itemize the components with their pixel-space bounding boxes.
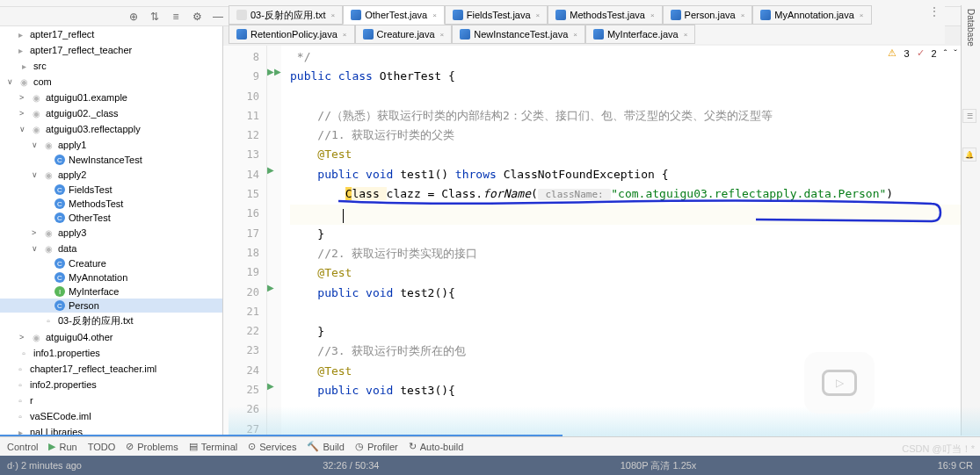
tab-txt[interactable]: 03-反射的应用.txt× xyxy=(229,5,343,25)
warning-icon: ⚠ xyxy=(888,47,897,59)
tab-myinterface[interactable]: MyInterface.java× xyxy=(585,25,695,44)
tree-arrow[interactable]: ∨ xyxy=(32,140,40,149)
tool-problems[interactable]: ⊘Problems xyxy=(126,441,178,452)
chevron-down-icon[interactable]: ˇ xyxy=(954,48,957,59)
class-icon: C xyxy=(54,272,65,283)
tree-label: apply3 xyxy=(58,227,86,238)
project-tree[interactable]: ▸apter17_reflect▸apter17_reflect_teacher… xyxy=(0,26,223,438)
status-bar: d·) 2 minutes ago 32:26 / 50:34 1080P 高清… xyxy=(0,456,980,475)
tree-item[interactable]: >◉atguigu02._class xyxy=(0,105,222,121)
tab-creature[interactable]: Creature.java× xyxy=(355,25,453,44)
tree-item[interactable]: ▫chapter17_reflect_teacher.iml xyxy=(0,361,222,377)
tree-arrow[interactable]: ∨ xyxy=(7,77,16,86)
tree-item[interactable]: CFieldsTest xyxy=(0,183,222,197)
tool-autobuild[interactable]: ↻Auto-build xyxy=(409,441,464,452)
tab-retentionpolicy[interactable]: RetentionPolicy.java× xyxy=(229,25,355,44)
line-gutter: 8910111213141516171819202122232425262728 xyxy=(223,46,267,438)
tree-item[interactable]: ▫r xyxy=(0,392,222,408)
right-tool-bar[interactable]: Database xyxy=(961,5,980,435)
tree-item[interactable]: CPerson xyxy=(0,299,222,313)
tree-item[interactable]: ▫vaSECode.iml xyxy=(0,408,222,424)
video-time: 32:26 / 50:34 xyxy=(323,460,379,471)
tab-methodstest[interactable]: MethodsTest.java× xyxy=(548,5,662,25)
run-icon[interactable]: ▶ xyxy=(267,283,274,292)
tree-arrow[interactable]: ∨ xyxy=(32,170,40,179)
tree-item[interactable]: ▸apter17_reflect_teacher xyxy=(0,42,222,58)
tab-person[interactable]: Person.java× xyxy=(663,5,753,25)
play-icon[interactable]: ▷ xyxy=(822,370,857,396)
tree-item[interactable]: CCreature xyxy=(0,256,222,270)
tree-item[interactable]: COtherTest xyxy=(0,211,222,225)
tab-fieldstest[interactable]: FieldsTest.java× xyxy=(445,5,548,25)
tree-item[interactable]: CNewInstanceTest xyxy=(0,153,222,167)
class-icon: C xyxy=(54,300,65,311)
tree-item[interactable]: >◉atguigu01.example xyxy=(0,90,222,105)
tree-item[interactable]: ▫info1.properties xyxy=(0,345,222,361)
tab-myannotation[interactable]: MyAnnotation.java× xyxy=(752,5,871,25)
tab-more-icon[interactable]: ⋮ xyxy=(924,5,945,25)
close-icon[interactable]: × xyxy=(432,11,437,19)
close-icon[interactable]: × xyxy=(573,31,577,39)
tree-arrow[interactable]: > xyxy=(32,228,40,237)
tool-terminal[interactable]: ▤Terminal xyxy=(189,441,238,452)
java-icon xyxy=(760,10,771,20)
notifications-icon[interactable]: 🔔 xyxy=(962,148,976,162)
tree-item[interactable]: CMethodsTest xyxy=(0,197,222,211)
target-icon[interactable]: ⊕ xyxy=(127,10,141,24)
status-left: d·) 2 minutes ago xyxy=(7,460,82,471)
close-icon[interactable]: × xyxy=(741,11,745,19)
code-content[interactable]: */ public class OtherTest { //（熟悉）获取运行时类… xyxy=(281,46,980,438)
tree-item[interactable]: ▫03-反射的应用.txt xyxy=(0,313,222,329)
tool-control[interactable]: Control xyxy=(7,442,38,452)
tree-arrow[interactable]: > xyxy=(19,333,28,342)
close-icon[interactable]: × xyxy=(536,11,541,19)
line-number: 16 xyxy=(223,204,259,223)
collapse-icon[interactable]: ≡ xyxy=(169,10,183,24)
classlib-icon[interactable]: ☰ xyxy=(962,109,976,123)
close-icon[interactable]: × xyxy=(684,31,688,39)
tree-item[interactable]: ▫info2.properties xyxy=(0,377,222,392)
tree-arrow[interactable]: > xyxy=(19,93,28,102)
line-number: 18 xyxy=(223,243,259,263)
close-icon[interactable]: × xyxy=(331,11,336,19)
tree-item[interactable]: ∨◉apply2 xyxy=(0,167,222,183)
tool-build[interactable]: 🔨Build xyxy=(307,441,344,452)
tree-arrow[interactable]: ∨ xyxy=(19,125,28,133)
tree-item[interactable]: >◉apply3 xyxy=(0,225,222,241)
close-icon[interactable]: × xyxy=(860,11,864,19)
tool-services[interactable]: ⊙Services xyxy=(248,441,296,452)
close-icon[interactable]: × xyxy=(440,31,445,39)
tree-item[interactable]: ∨◉data xyxy=(0,241,222,256)
tree-item[interactable]: IMyInterface xyxy=(0,284,222,299)
tree-item[interactable]: ▸apter17_reflect xyxy=(0,26,222,42)
tree-label: r xyxy=(30,395,33,406)
tool-todo[interactable]: TODO xyxy=(88,442,116,452)
tree-item[interactable]: CMyAnnotation xyxy=(0,270,222,284)
run-icon[interactable]: ▶▶ xyxy=(267,67,281,76)
text-cursor xyxy=(343,209,344,223)
chevron-icon[interactable]: ˆ xyxy=(944,48,947,59)
expand-icon[interactable]: ⇅ xyxy=(148,10,162,24)
hide-icon[interactable]: — xyxy=(211,10,225,24)
tree-item[interactable]: ∨◉apply1 xyxy=(0,137,222,153)
close-icon[interactable]: × xyxy=(650,11,655,19)
tree-label: info2.properties xyxy=(30,379,97,390)
tree-item[interactable]: >◉atguigu04.other xyxy=(0,329,222,345)
tree-arrow[interactable]: ∨ xyxy=(32,244,40,253)
tab-newinstancetest[interactable]: NewInstanceTest.java× xyxy=(452,25,585,44)
close-icon[interactable]: × xyxy=(343,31,347,39)
inspection-indicators[interactable]: ⚠3 ✓2 ˆ ˇ xyxy=(888,47,957,59)
tree-label: apter17_reflect xyxy=(30,29,94,40)
tool-profiler[interactable]: ◷Profiler xyxy=(355,441,398,452)
tool-run[interactable]: ▶Run xyxy=(48,441,76,452)
autobuild-icon: ↻ xyxy=(409,441,417,452)
java-icon xyxy=(671,10,681,20)
run-icon[interactable]: ▶ xyxy=(267,381,274,391)
settings-icon[interactable]: ⚙ xyxy=(190,10,204,24)
tree-item[interactable]: ∨◉atguigu03.reflectapply xyxy=(0,121,222,137)
run-icon[interactable]: ▶ xyxy=(267,165,274,175)
tab-othertest[interactable]: OtherTest.java× xyxy=(343,5,445,25)
tree-arrow[interactable]: > xyxy=(19,109,28,118)
tree-item[interactable]: ∨◉com xyxy=(0,74,222,90)
tree-item[interactable]: ▸src xyxy=(0,58,222,74)
